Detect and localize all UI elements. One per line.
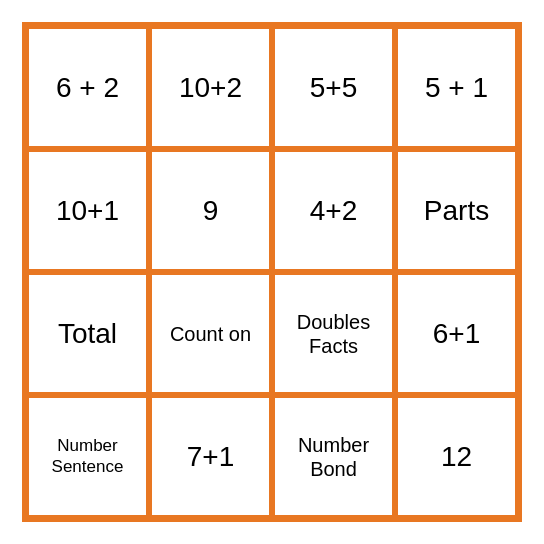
cell-5: 9 [149,149,272,272]
cell-7: Parts [395,149,518,272]
cell-10: Doubles Facts [272,272,395,395]
cell-4: 10+1 [26,149,149,272]
cell-0: 6 + 2 [26,26,149,149]
cell-2: 5+5 [272,26,395,149]
cell-14: Number Bond [272,395,395,518]
cell-11: 6+1 [395,272,518,395]
cell-8: Total [26,272,149,395]
cell-12: Number Sentence [26,395,149,518]
cell-3: 5 + 1 [395,26,518,149]
cell-9: Count on [149,272,272,395]
cell-15: 12 [395,395,518,518]
bingo-board: 6 + 210+25+55 + 110+194+2PartsTotalCount… [22,22,522,522]
cell-6: 4+2 [272,149,395,272]
cell-13: 7+1 [149,395,272,518]
cell-1: 10+2 [149,26,272,149]
